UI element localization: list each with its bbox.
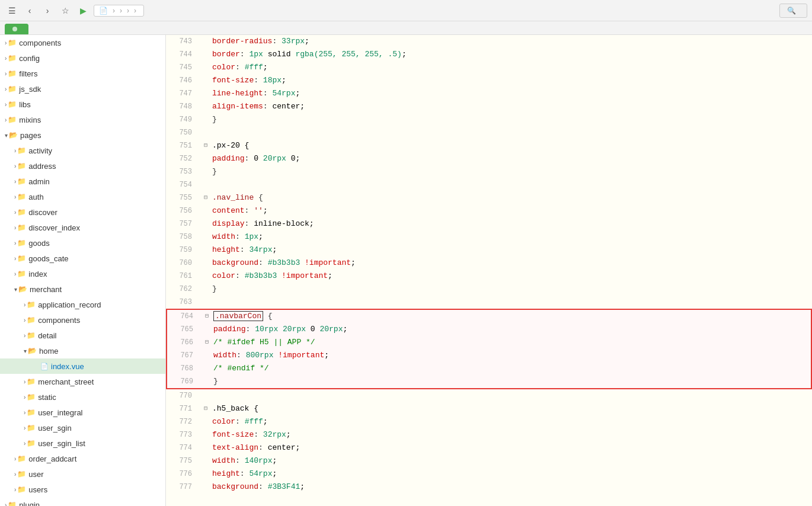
code-line-774: 774text-align: center; (166, 441, 812, 454)
sidebar-item-application_record[interactable]: ›📁application_record (0, 297, 165, 312)
fold-button (202, 298, 210, 306)
code-line-744: 744border: 1px solid rgba(255, 255, 255,… (166, 48, 812, 61)
bookmark-button[interactable]: ☆ (58, 4, 72, 18)
fold-button[interactable]: ⊟ (202, 405, 210, 413)
sidebar-item-components[interactable]: ›📁components (0, 312, 165, 328)
sidebar-item-auth[interactable]: ›📁auth (0, 189, 165, 204)
sidebar-item-config[interactable]: ›📁config (0, 50, 165, 66)
breadcrumb-sep-1: › (113, 7, 115, 15)
line-number: 750 (171, 126, 192, 139)
code-line-766: 766⊟/* #ifdef H5 || APP */ (166, 336, 812, 349)
sidebar-item-user_integral[interactable]: ›📁user_integral (0, 405, 165, 420)
fold-button (203, 377, 211, 386)
sidebar-item-merchant[interactable]: ▾📂merchant (0, 281, 165, 297)
code-line-770: 770 (166, 389, 812, 402)
chevron-icon: › (14, 209, 16, 216)
run-button[interactable]: ▶ (76, 4, 90, 18)
line-number: 747 (171, 87, 192, 100)
code-line-752: 752padding: 0 20rpx 0; (166, 152, 812, 165)
code-line-745: 745color: #fff; (166, 61, 812, 74)
folder-icon: 📁 (17, 177, 26, 185)
code-line-751: 751⊟.px-20 { (166, 139, 812, 152)
fold-button (202, 129, 210, 137)
back-button[interactable]: ‹ (23, 4, 37, 18)
sidebar-item-filters[interactable]: ›📁filters (0, 66, 165, 81)
chevron-icon: ▾ (14, 286, 17, 293)
sidebar-item-label: libs (19, 100, 31, 109)
tab-index-vue[interactable] (5, 24, 28, 34)
sidebar-item-index-vue-file[interactable]: 📄index.vue (0, 358, 165, 374)
code-line-771: 771⊟.h5_back { (166, 402, 812, 415)
sidebar-item-address[interactable]: ›📁address (0, 158, 165, 174)
sidebar-item-discover_index[interactable]: ›📁discover_index (0, 220, 165, 235)
sidebar-toggle-button[interactable]: ☰ (5, 4, 19, 18)
sidebar-item-users[interactable]: ›📁users (0, 482, 165, 497)
sidebar-item-pages[interactable]: ▾📂pages (0, 127, 165, 143)
sidebar-item-goods[interactable]: ›📁goods (0, 235, 165, 251)
fold-button[interactable]: ⊟ (202, 194, 210, 202)
chevron-icon: › (5, 40, 7, 46)
sidebar-item-user_sgin_list[interactable]: ›📁user_sgin_list (0, 435, 165, 451)
sidebar-item-index[interactable]: ›📁index (0, 266, 165, 281)
tab-navbarcon[interactable]: 🔍 (779, 4, 807, 18)
fold-button[interactable]: ⊟ (203, 312, 211, 321)
code-editor[interactable]: 743border-radius: 33rpx;744border: 1px s… (166, 35, 812, 506)
chevron-icon: › (14, 456, 16, 462)
fold-button (202, 181, 210, 189)
code-content: padding: 10rpx 20rpx 0 20rpx; (213, 323, 806, 336)
sidebar-item-goods_cate[interactable]: ›📁goods_cate (0, 251, 165, 266)
chevron-icon: › (14, 255, 16, 262)
folder-icon: 📁 (27, 377, 36, 386)
fold-button[interactable]: ⊟ (203, 338, 211, 347)
breadcrumb-sep-2: › (120, 7, 122, 15)
tab-navbarcon-icon: 🔍 (787, 7, 796, 15)
sidebar-item-label: user_sgin_list (38, 439, 85, 448)
sidebar-item-label: plugin (19, 501, 40, 507)
chevron-icon: › (5, 86, 7, 92)
sidebar-item-user_sgin[interactable]: ›📁user_sgin (0, 420, 165, 435)
sidebar-item-user[interactable]: ›📁user (0, 466, 165, 482)
sidebar-item-label: admin (28, 177, 49, 186)
sidebar-item-label: detail (38, 331, 56, 340)
folder-icon: 📁 (27, 408, 36, 417)
sidebar-item-label: static (38, 393, 56, 402)
breadcrumb-sep-4: › (134, 7, 136, 15)
sidebar-item-libs[interactable]: ›📁libs (0, 97, 165, 112)
chevron-icon: › (14, 471, 16, 478)
sidebar-item-plugin[interactable]: ›📁plugin (0, 497, 165, 506)
sidebar-item-components[interactable]: ›📁components (0, 35, 165, 50)
code-line-747: 747line-height: 54rpx; (166, 87, 812, 100)
tab-row (0, 21, 812, 35)
chevron-icon: › (5, 101, 7, 108)
breadcrumb-file-icon: 📄 (99, 7, 108, 15)
sidebar-item-label: activity (28, 146, 52, 155)
line-number: 748 (171, 100, 192, 113)
folder-icon: 📂 (28, 347, 37, 355)
code-content: width: 1px; (212, 230, 807, 244)
sidebar-item-mixins[interactable]: ›📁mixins (0, 112, 165, 127)
code-content: background: #b3b3b3 !important; (212, 257, 807, 270)
sidebar-item-label: discover (28, 208, 57, 217)
forward-button[interactable]: › (40, 4, 55, 18)
sidebar-item-admin[interactable]: ›📁admin (0, 174, 165, 189)
sidebar-item-label: discover_index (28, 223, 80, 232)
fold-button (202, 220, 210, 228)
code-line-753: 753} (166, 165, 812, 178)
fold-button (202, 418, 210, 426)
breadcrumb: 📄 › › › › (94, 5, 144, 17)
line-number: 769 (172, 375, 193, 388)
fold-button (202, 431, 210, 439)
code-content: height: 54rpx; (212, 467, 807, 481)
code-content: font-size: 32rpx; (212, 428, 807, 441)
sidebar-item-merchant_street[interactable]: ›📁merchant_street (0, 374, 165, 389)
sidebar-item-order_addcart[interactable]: ›📁order_addcart (0, 451, 165, 466)
sidebar-item-detail[interactable]: ›📁detail (0, 328, 165, 343)
sidebar-item-js_sdk[interactable]: ›📁js_sdk (0, 81, 165, 97)
sidebar-item-home[interactable]: ▾📂home (0, 343, 165, 358)
folder-icon: 📁 (8, 501, 17, 506)
sidebar-item-label: components (19, 39, 61, 47)
sidebar-item-discover[interactable]: ›📁discover (0, 204, 165, 220)
fold-button[interactable]: ⊟ (202, 142, 210, 150)
sidebar-item-activity[interactable]: ›📁activity (0, 143, 165, 158)
sidebar-item-static[interactable]: ›📁static (0, 389, 165, 405)
